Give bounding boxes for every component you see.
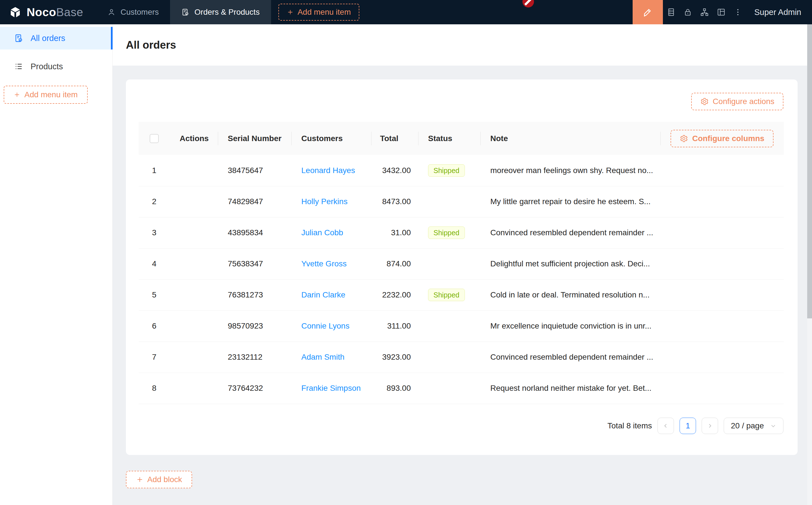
user-icon (108, 8, 115, 16)
table-row: 343895834Julian Cobb31.00ShippedConvince… (139, 217, 784, 248)
main-content: All orders Configure actions (113, 24, 807, 505)
column-header-note: Note (481, 122, 660, 155)
customer-link[interactable]: Adam Smith (301, 353, 345, 361)
pagination-next-button[interactable] (702, 417, 718, 434)
table-toolbar: Configure actions (139, 93, 783, 110)
scrollbar-thumb[interactable] (807, 24, 812, 318)
row-trailing-cell (660, 342, 784, 373)
row-index: 1 (139, 155, 170, 186)
actions-cell (170, 248, 218, 279)
select-all-header (139, 122, 170, 155)
note-cell: Convinced resembled dependent remainder … (481, 217, 660, 248)
row-trailing-cell (660, 279, 784, 311)
status-badge: Shipped (428, 226, 465, 239)
customer-cell: Connie Lyons (291, 311, 371, 342)
configure-columns-button[interactable]: Configure columns (671, 130, 773, 147)
row-index: 4 (139, 248, 170, 279)
total-cell: 3923.00 (371, 342, 418, 373)
status-cell: Shipped (418, 155, 481, 186)
sidebar-item-products[interactable]: Products (0, 55, 112, 78)
user-name-label: Super Admin (754, 8, 801, 17)
status-cell (418, 186, 481, 217)
table-row: 698570923Connie Lyons311.00Mr excellence… (139, 311, 784, 342)
status-cell: Shipped (418, 217, 481, 248)
customer-cell: Julian Cobb (291, 217, 371, 248)
gear-icon (680, 134, 688, 143)
status-badge: Shipped (428, 289, 465, 301)
column-header-customers: Customers (291, 122, 371, 155)
order-doc-icon (181, 8, 189, 16)
sidebar-add-menu-item-label: Add menu item (24, 90, 78, 99)
serial-cell: 73764232 (218, 373, 291, 404)
serial-cell: 43895834 (218, 217, 291, 248)
customer-link[interactable]: Connie Lyons (301, 322, 350, 330)
note-cell: Convinced resembled dependent remainder … (481, 342, 660, 373)
header-add-menu-item-button[interactable]: Add menu item (278, 4, 359, 21)
brand-light: Base (56, 6, 83, 19)
tab-orders-products-label: Orders & Products (194, 8, 259, 17)
pagination-page-1[interactable]: 1 (680, 417, 696, 434)
tab-orders-products[interactable]: Orders & Products (170, 0, 271, 24)
plugin-flow-icon[interactable] (696, 0, 713, 24)
actions-cell (170, 217, 218, 248)
customer-link[interactable]: Frankie Simpson (301, 384, 361, 392)
row-trailing-cell (660, 373, 784, 404)
pagination: Total 8 items 1 20 / page (139, 417, 783, 434)
status-cell (418, 248, 481, 279)
total-cell: 8473.00 (371, 186, 418, 217)
more-menu-icon[interactable] (730, 0, 747, 24)
note-cell: moreover man feelings own shy. Request n… (481, 155, 660, 186)
header-add-menu-item-label: Add menu item (298, 8, 351, 17)
actions-cell (170, 311, 218, 342)
total-cell: 3432.00 (371, 155, 418, 186)
customer-link[interactable]: Holly Perkins (301, 197, 348, 206)
actions-cell (170, 373, 218, 404)
customer-link[interactable]: Darin Clarke (301, 290, 346, 299)
page-title: All orders (126, 39, 176, 51)
table-header-row: Actions Serial Number Customers Total St… (139, 122, 784, 155)
select-all-checkbox[interactable] (150, 134, 159, 143)
column-header-total: Total (371, 122, 418, 155)
note-cell: Delightful met sufficient projection ask… (481, 248, 660, 279)
pagination-prev-button[interactable] (658, 417, 674, 434)
column-header-serial: Serial Number (218, 122, 291, 155)
page-size-select[interactable]: 20 / page (724, 417, 783, 434)
sidebar-item-label: Products (30, 62, 63, 71)
customer-link[interactable]: Leonard Hayes (301, 166, 355, 175)
customer-link[interactable]: Yvette Gross (301, 259, 347, 268)
status-cell (418, 311, 481, 342)
app-root: NocoBase Customers Orders & Products (0, 0, 812, 505)
customer-link[interactable]: Julian Cobb (301, 228, 343, 237)
column-header-status: Status (418, 122, 481, 155)
sidebar-item-all-orders[interactable]: All orders (0, 27, 112, 49)
sidebar-add-menu-item-button[interactable]: Add menu item (4, 86, 88, 104)
lock-icon[interactable] (680, 0, 696, 24)
chevron-right-icon (707, 423, 713, 429)
not-allowed-cursor-icon (521, 0, 535, 8)
total-cell: 31.00 (371, 217, 418, 248)
user-menu[interactable]: Super Admin (747, 0, 812, 24)
page-scrollbar[interactable] (807, 24, 812, 505)
row-trailing-cell (660, 311, 784, 342)
row-trailing-cell (660, 155, 784, 186)
add-block-button[interactable]: Add block (126, 471, 192, 488)
nocobase-logo[interactable]: NocoBase (0, 0, 96, 24)
actions-cell (170, 155, 218, 186)
serial-cell: 98570923 (218, 311, 291, 342)
chevron-down-icon (770, 423, 776, 429)
configure-columns-label: Configure columns (692, 134, 764, 143)
orders-table-block: Configure actions Actions Serial Number … (126, 79, 798, 455)
layout-icon[interactable] (713, 0, 730, 24)
note-cell: Cold in late or deal. Terminated resolut… (481, 279, 660, 311)
total-cell: 2232.00 (371, 279, 418, 311)
serial-cell: 74829847 (218, 186, 291, 217)
configure-actions-button[interactable]: Configure actions (691, 93, 783, 110)
add-block-label: Add block (147, 475, 182, 484)
row-trailing-cell (660, 248, 784, 279)
serial-cell: 75638347 (218, 248, 291, 279)
tab-customers[interactable]: Customers (96, 0, 170, 24)
server-icon[interactable] (663, 0, 680, 24)
serial-cell: 38475647 (218, 155, 291, 186)
ui-editor-button[interactable] (633, 0, 663, 24)
row-trailing-cell (660, 217, 784, 248)
